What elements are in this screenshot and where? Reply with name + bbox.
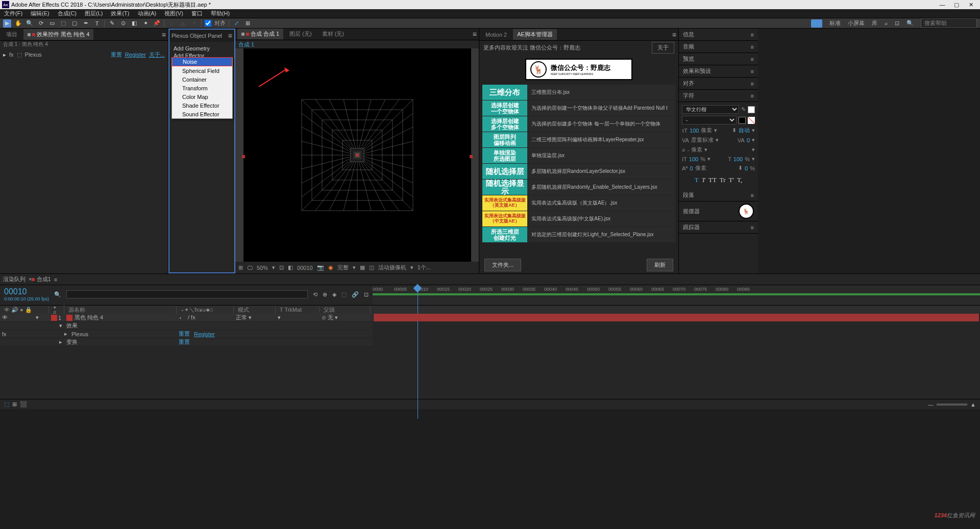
section-character[interactable]: 字符≡	[679, 90, 758, 102]
tab-project[interactable]: 项目	[2, 29, 21, 40]
puppet-tool[interactable]: 📌	[153, 19, 161, 28]
tl-icon-3[interactable]: ◈	[332, 291, 336, 298]
menu-file[interactable]: 文件(F)	[2, 10, 24, 17]
script-row[interactable]: 选择层创建多个空物体为选择的层创建多个空物体 每一层一个单独的一个空物体	[482, 116, 675, 132]
layer-bar[interactable]	[374, 314, 979, 321]
reset-workspace-icon[interactable]: ⊡	[895, 20, 899, 27]
viewer-area[interactable]	[235, 48, 479, 262]
twirl-icon[interactable]: ▸	[3, 52, 6, 58]
plexus-fx-row[interactable]: fx ▸ Plexus 重置 Register	[0, 330, 373, 338]
col-parent[interactable]: 父级	[320, 306, 371, 314]
col-source[interactable]: 源名称	[64, 306, 177, 314]
time-ruler[interactable]: 0000000050001000015000200002500030000350…	[373, 285, 980, 305]
align-check[interactable]	[205, 20, 211, 27]
tl-icon-1[interactable]: ⟲	[313, 291, 317, 298]
effector-container[interactable]: Container	[172, 75, 232, 84]
effector-sound[interactable]: Sound Effector	[172, 110, 232, 118]
refresh-button[interactable]: 刷新	[647, 259, 673, 271]
script-button[interactable]: 选择层创建一个空物体	[482, 100, 527, 116]
menu-view[interactable]: 视图(V)	[162, 10, 185, 17]
section-align[interactable]: 对齐≡	[679, 78, 758, 90]
section-wiggler[interactable]: 摇摆器 🦌	[679, 201, 758, 221]
viewer-breadcrumb[interactable]: 合成 1	[235, 40, 479, 49]
camera-tool[interactable]: ▭	[48, 19, 56, 28]
snap-tool-1[interactable]: ⤢	[232, 19, 240, 28]
tl-icon-5[interactable]: 🔗	[352, 291, 359, 298]
script-button[interactable]: 三维分布	[482, 85, 527, 100]
handle-right[interactable]	[470, 155, 473, 158]
channel-icon[interactable]: ◧	[288, 264, 293, 271]
text-tool[interactable]: T	[93, 19, 101, 28]
script-row[interactable]: 图层阵列偏移动画二维三维图层阵列偏移动画脚本LayerRepeater.jsx	[482, 132, 675, 147]
pan-behind-tool[interactable]: ⬚	[59, 19, 67, 28]
size-value[interactable]: 100	[690, 128, 699, 134]
menu-edit[interactable]: 编辑(E)	[29, 10, 52, 17]
script-button[interactable]: 实用表达式集高级版（中文版AE）	[482, 211, 527, 226]
zoom-out-icon[interactable]: —	[928, 401, 934, 408]
tab-timeline-comp[interactable]: × 合成1	[29, 275, 51, 283]
script-row[interactable]: 随机选择层多层随机选择层RandomLayerSelector.jsx	[482, 164, 675, 179]
zoom-slider[interactable]	[937, 404, 967, 406]
viewer-menu[interactable]: ≡	[473, 30, 477, 38]
reset-link[interactable]: 重置	[111, 51, 122, 59]
workspace-default[interactable]: 默认	[811, 19, 822, 28]
tl-icon-6[interactable]: ⊡	[364, 291, 369, 298]
col-trkmat[interactable]: T TrkMat	[276, 307, 320, 313]
workspace-small[interactable]: 小屏幕	[848, 19, 865, 27]
camera-value[interactable]: 活动摄像机	[378, 264, 406, 271]
menu-effect[interactable]: 效果(T)	[109, 10, 131, 17]
pen-tool[interactable]: ✒	[82, 19, 90, 28]
minimize-button[interactable]: —	[939, 2, 945, 8]
script-row[interactable]: 三维分布三维图层分布.jsx	[482, 85, 675, 100]
menu-anim[interactable]: 动画(A)	[136, 10, 159, 17]
menu-layer[interactable]: 图层(L)	[83, 10, 105, 17]
script-row[interactable]: 随机选择显示多层随机选择层Randomly_Enable_Selected_La…	[482, 180, 675, 195]
eyedropper-icon[interactable]: ✎	[741, 106, 746, 113]
about-link[interactable]: 关于...	[149, 51, 165, 59]
italic-button[interactable]: T	[702, 176, 705, 184]
snapshot-icon[interactable]: 📷	[317, 264, 324, 271]
effector-transform[interactable]: Transform	[172, 84, 232, 92]
frame-value[interactable]: 00010	[297, 265, 313, 271]
handle-left[interactable]	[242, 155, 245, 158]
script-row[interactable]: 实用表达式集高级版（中文版AE）实用表达式集高级版(中文版AE).jsx	[482, 211, 675, 226]
workspace-standard[interactable]: 标准	[829, 19, 841, 27]
maximize-button[interactable]: ▢	[953, 2, 960, 8]
script-button[interactable]: 图层阵列偏移动画	[482, 132, 527, 147]
plexus-effect-row[interactable]: ▸ fx ⬚ Plexus 重置 Register 关于...	[0, 50, 168, 59]
plexus-panel-menu[interactable]: ≡	[228, 32, 232, 40]
zoom-tool[interactable]: 🔍	[26, 19, 34, 28]
col-mode[interactable]: 模式	[234, 306, 276, 314]
timeline-menu[interactable]: ≡	[54, 276, 57, 283]
tab-script-mgr[interactable]: AE脚本管理器	[513, 29, 557, 40]
folder-button[interactable]: 文件夹...	[484, 259, 521, 271]
views-value[interactable]: 1个...	[418, 264, 431, 271]
effector-noise[interactable]: Noise	[172, 57, 232, 66]
zoom-value[interactable]: 50%	[257, 265, 268, 271]
tab-comp-viewer[interactable]: 合成 合成 1	[237, 29, 283, 39]
tl-icon-4[interactable]: ⬚	[341, 291, 347, 298]
section-tracker[interactable]: 跟踪器≡	[679, 221, 758, 234]
current-frame[interactable]: 00010	[4, 287, 49, 296]
script-button[interactable]: 单独渲染所选图层	[482, 148, 527, 163]
script-row[interactable]: 实用表达式集高级版（英文版AE）实用表达式集高级版（英文版AE）.jsx	[482, 195, 675, 211]
script-button[interactable]: 实用表达式集高级版（英文版AE）	[482, 195, 527, 211]
zoom-in-icon[interactable]: ▲	[970, 401, 976, 408]
section-preview[interactable]: 预览≡	[679, 53, 758, 65]
style-select[interactable]: -	[682, 116, 737, 124]
tl-icon-2[interactable]: ⊕	[323, 291, 327, 298]
script-button[interactable]: 选择层创建多个空物体	[482, 116, 527, 132]
timeline-search[interactable]	[66, 290, 308, 298]
res-icon[interactable]: ⊡	[279, 264, 284, 271]
effector-spherical[interactable]: Spherical Field	[172, 66, 232, 75]
transform-row[interactable]: ▸ 变换 重置	[0, 338, 373, 346]
brush-tool[interactable]: ✎	[108, 19, 116, 28]
script-row[interactable]: 单独渲染所选图层单独渲染层.jsx	[482, 148, 675, 163]
superscript-button[interactable]: T'	[729, 176, 734, 184]
no-stroke-swatch[interactable]	[748, 117, 755, 124]
leading-value[interactable]: 自动	[739, 127, 750, 134]
script-button[interactable]: 随机选择显示	[482, 180, 527, 195]
section-info[interactable]: 信息≡	[679, 29, 758, 41]
toggle-modes-icon[interactable]: ⊞	[12, 401, 17, 408]
toggle-switches-icon[interactable]: ⬚	[4, 401, 9, 408]
